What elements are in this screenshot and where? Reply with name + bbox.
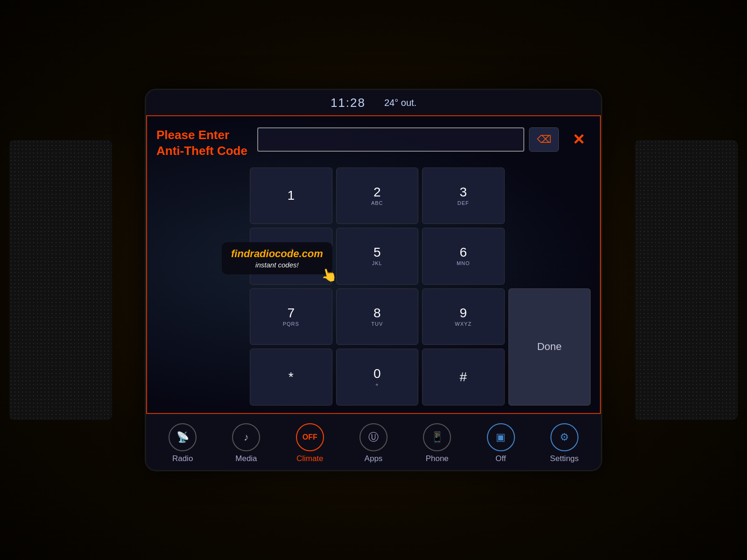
backspace-button[interactable]: ⌫ (529, 127, 559, 152)
key-9[interactable]: 9WXYZ (422, 288, 505, 345)
keypad-grid: 12ABC3DEF4GHI5JKL6MNO7PQRS8TUV9WXYZDone*… (250, 168, 591, 406)
watermark-site: findradiocode.com (231, 248, 323, 260)
nav-label-off: Off (495, 454, 506, 463)
speaker-left (9, 140, 112, 420)
nav-icon-media: ♪ (232, 423, 260, 451)
nav-icon-phone: 📱 (423, 423, 451, 451)
key-2[interactable]: 2ABC (336, 168, 419, 224)
input-area: ⌫ (257, 127, 559, 152)
key-5[interactable]: 5JKL (336, 228, 419, 285)
nav-label-phone: Phone (426, 454, 449, 463)
anti-theft-dialog: Please Enter Anti-Theft Code ⌫ ✕ 12ABC3D… (147, 116, 600, 413)
speaker-right (635, 140, 738, 420)
code-input[interactable] (257, 127, 524, 152)
status-bar: 11:28 24° out. (146, 90, 601, 115)
car-surround: 11:28 24° out. findradiocode.com instant… (0, 0, 747, 560)
close-button[interactable]: ✕ (566, 127, 591, 152)
key-7[interactable]: 7PQRS (250, 288, 332, 345)
done-button[interactable]: Done (508, 288, 591, 406)
nav-icon-climate: OFF (296, 423, 324, 451)
nav-label-settings: Settings (550, 454, 578, 463)
nav-icon-settings: ⚙ (550, 423, 578, 451)
nav-icon-apps: Ⓤ (359, 423, 388, 451)
nav-label-climate: Climate (296, 454, 324, 463)
key-hash[interactable]: # (422, 349, 505, 406)
nav-item-media[interactable]: ♪Media (220, 423, 272, 463)
key-3[interactable]: 3DEF (422, 168, 505, 224)
dialog-label: Please Enter Anti-Theft Code (156, 127, 250, 159)
key-6[interactable]: 6MNO (422, 228, 505, 285)
nav-item-settings[interactable]: ⚙Settings (539, 423, 590, 463)
nav-item-radio[interactable]: 📡Radio (157, 423, 208, 463)
watermark-badge: findradiocode.com instant codes! 👆 (222, 242, 332, 274)
nav-item-phone[interactable]: 📱Phone (411, 423, 463, 463)
nav-item-off[interactable]: ▣Off (475, 423, 527, 463)
nav-item-climate[interactable]: OFFClimate (284, 423, 336, 463)
status-time: 11:28 (331, 96, 366, 110)
nav-icon-off: ▣ (487, 423, 515, 451)
nav-bar: 📡Radio♪MediaOFFClimateⓊApps📱Phone▣Off⚙Se… (146, 414, 601, 471)
status-temp: 24° out. (384, 98, 416, 108)
nav-label-apps: Apps (365, 454, 383, 463)
key-0[interactable]: 0+ (336, 349, 419, 406)
main-content: findradiocode.com instant codes! 👆 Pleas… (146, 115, 601, 414)
watermark-sub: instant codes! (231, 261, 323, 269)
key-8[interactable]: 8TUV (336, 288, 419, 345)
nav-item-apps[interactable]: ⓊApps (348, 423, 399, 463)
dialog-top-row: Please Enter Anti-Theft Code ⌫ ✕ (156, 127, 591, 159)
key-star[interactable]: * (250, 349, 332, 406)
nav-icon-radio: 📡 (169, 423, 197, 451)
screen-unit: 11:28 24° out. findradiocode.com instant… (145, 89, 602, 471)
nav-label-radio: Radio (172, 454, 193, 463)
nav-label-media: Media (235, 454, 257, 463)
key-1[interactable]: 1 (250, 168, 332, 224)
